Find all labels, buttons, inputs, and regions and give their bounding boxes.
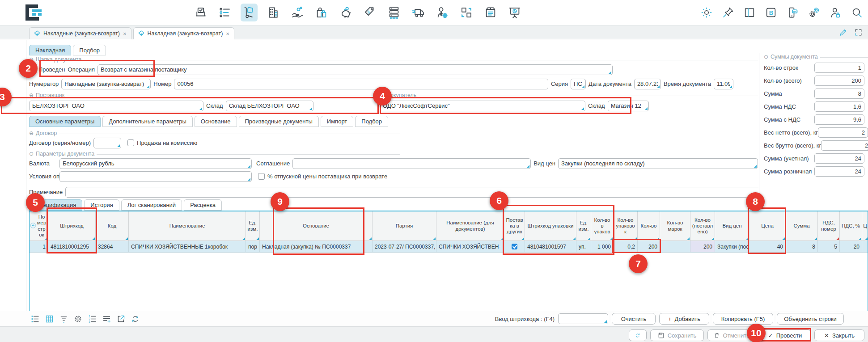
sort-icon[interactable] — [30, 222, 36, 230]
cell-8[interactable]: СПИЧКИ ХОЗЯЙСТВЕН- — [436, 241, 504, 252]
column-header-3[interactable]: Код — [96, 211, 129, 241]
payment-terms-input[interactable] — [60, 173, 251, 180]
column-header-17[interactable]: Вид цен — [715, 211, 749, 241]
column-header-13[interactable]: Кол-во упаковок — [614, 211, 638, 241]
cell-19[interactable]: 8 — [786, 241, 818, 252]
search-icon[interactable] — [849, 4, 864, 21]
grid-icon[interactable] — [45, 314, 54, 324]
contract-number-input[interactable] — [94, 139, 121, 146]
brightness-icon[interactable] — [699, 4, 714, 21]
barcode-input[interactable] — [559, 316, 608, 322]
checklist-icon[interactable] — [216, 4, 233, 21]
collapse-icon[interactable] — [29, 130, 34, 136]
totals-value-4[interactable]: 1,6 — [814, 101, 864, 112]
totals-value-6[interactable]: 2 — [818, 127, 868, 138]
param-tab-6[interactable]: Подбор — [355, 116, 388, 127]
totals-value-1[interactable]: 1 — [814, 63, 864, 73]
cell-1[interactable]: 1 — [30, 241, 48, 252]
clear-button[interactable]: Очистить — [612, 313, 656, 325]
column-header-18[interactable]: Цена — [749, 211, 786, 241]
column-header-19[interactable]: Сумма — [786, 211, 818, 241]
cell-6[interactable]: Накладная (закупка) № ПС0000337 — [260, 241, 373, 252]
column-header-9[interactable]: Поставка в других — [504, 211, 525, 241]
buyer-input[interactable] — [380, 102, 585, 109]
param-tab-3[interactable]: Основание — [195, 116, 237, 127]
server-stack-icon[interactable] — [385, 4, 402, 21]
column-header-6[interactable]: Основание — [260, 211, 373, 241]
table-row[interactable]: 1481181000129532864СПИЧКИ ХОЗЯЙСТВЕННЫЕ … — [30, 241, 868, 253]
expand-icon[interactable] — [854, 28, 863, 37]
cell-17[interactable]: Закупки (пос — [715, 241, 749, 252]
cell-10[interactable]: 4810481001597 — [525, 241, 576, 252]
cell-18[interactable]: 40 — [749, 241, 786, 252]
agreement-input[interactable] — [293, 160, 530, 167]
operation-input[interactable] — [98, 66, 612, 73]
shopping-bags-icon[interactable] — [313, 4, 330, 21]
tab-nakladnaya[interactable]: Накладная — [29, 45, 71, 55]
row-supply-checkbox[interactable] — [512, 244, 517, 249]
price-tag-icon[interactable]: $ — [361, 4, 378, 21]
column-header-12[interactable]: Кол-во в упаков — [591, 211, 614, 241]
cell-20[interactable]: 5 — [818, 241, 840, 252]
column-header-11[interactable]: Ед. изм. — [576, 211, 591, 241]
cell-4[interactable]: СПИЧКИ ХОЗЯЙСТВЕННЫЕ 1коробок — [129, 241, 246, 252]
param-tab-2[interactable]: Дополнительные параметры — [102, 116, 193, 127]
column-header-4[interactable]: Наименование — [129, 211, 246, 241]
swap-squares-icon[interactable] — [458, 4, 475, 21]
collapse-icon[interactable] — [29, 92, 34, 98]
totals-value-2[interactable]: 200 — [814, 76, 864, 86]
totals-value-7[interactable]: 2 — [821, 140, 868, 151]
param-tab-1[interactable]: Основные параметры — [29, 116, 101, 127]
edit-pencil-icon[interactable] — [838, 28, 848, 37]
collapse-icon[interactable] — [29, 151, 34, 157]
gear-icon[interactable] — [73, 314, 83, 324]
totals-value-3[interactable]: 8 — [814, 89, 864, 99]
package-box-icon[interactable] — [482, 4, 499, 21]
collapse-icon[interactable] — [380, 92, 384, 98]
column-header-14[interactable]: Кол-во — [638, 211, 660, 241]
save-button[interactable]: Сохранить — [650, 329, 704, 341]
cell-13[interactable]: 0,2 — [614, 241, 638, 252]
cell-21[interactable]: 20 — [840, 241, 862, 252]
doc-date-input[interactable] — [635, 80, 661, 87]
buyer-warehouse-input[interactable] — [608, 102, 648, 109]
piggy-bank-icon[interactable] — [337, 4, 354, 21]
currency-input[interactable] — [60, 160, 251, 167]
settings-gears-icon[interactable] — [806, 4, 821, 21]
split-view-icon[interactable] — [742, 4, 757, 21]
totals-value-5[interactable]: 9,6 — [814, 114, 864, 125]
series-input[interactable] — [571, 80, 585, 87]
note-input[interactable] — [66, 189, 839, 195]
spec-tab-2[interactable]: История — [84, 199, 119, 211]
cell-14[interactable]: 200 — [638, 241, 660, 252]
cell-12[interactable]: 1 000 — [591, 241, 614, 252]
close-tab-icon[interactable] — [226, 30, 229, 37]
cell-7[interactable]: 2023-07-27/ ПС0000337, — [373, 241, 436, 252]
filter-icon[interactable] — [59, 314, 68, 324]
bold-icon[interactable]: B — [763, 4, 779, 21]
building-icon[interactable] — [265, 4, 282, 21]
collapse-icon[interactable] — [29, 56, 34, 63]
spec-tab-3[interactable]: Лог сканирований — [121, 199, 182, 211]
person-globe-icon[interactable] — [434, 4, 451, 21]
left-splitter[interactable] — [26, 40, 26, 311]
supplier-warehouse-input[interactable] — [226, 102, 313, 109]
window-tab-current[interactable]: Накладная (закупка-возврат) — [133, 27, 234, 39]
cell-15[interactable] — [660, 241, 690, 252]
reload-icon[interactable] — [131, 314, 140, 324]
column-header-15[interactable]: Кол-во марок — [660, 211, 690, 241]
copy-button[interactable]: Копировать (F5) — [713, 313, 773, 325]
column-header-21[interactable]: НДС, % — [840, 211, 862, 241]
column-header-1[interactable]: Номер строк — [30, 211, 48, 241]
column-header-20[interactable]: НДС, номер — [818, 211, 840, 241]
cell-11[interactable]: уп. — [576, 241, 591, 252]
cell-16[interactable]: 200 — [690, 241, 715, 252]
spec-tab-4[interactable]: Расценка — [184, 199, 222, 211]
param-tab-4[interactable]: Производные документы — [239, 116, 319, 127]
column-header-2[interactable]: Штрихкод — [48, 211, 96, 241]
window-tab-list[interactable]: Накладные (закупка-возврат) — [29, 27, 131, 39]
doc-time-input[interactable] — [714, 80, 733, 87]
number-input[interactable] — [174, 80, 548, 87]
cell-5[interactable]: пор — [246, 241, 260, 252]
column-header-10[interactable]: Штрихкод упаковки — [525, 211, 576, 241]
